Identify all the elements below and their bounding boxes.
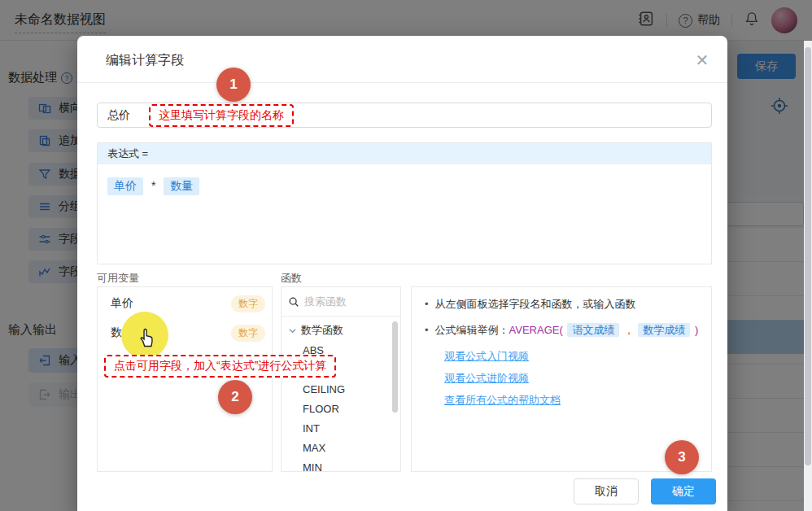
expression-token-unit-price[interactable]: 单价 — [107, 177, 143, 195]
expression-label: 表达式 = — [98, 143, 711, 164]
scrollbar-thumb[interactable] — [805, 47, 811, 465]
function-group-math[interactable]: 数学函数 — [288, 323, 343, 338]
function-search-input[interactable] — [304, 295, 378, 308]
step-badge-3: 3 — [665, 440, 699, 474]
example-function-name: AVERAGE( — [509, 324, 563, 336]
functions-scrollbar-thumb[interactable] — [392, 321, 398, 413]
expression-body[interactable]: 单价 * 数量 — [98, 164, 711, 208]
page-scrollbar[interactable] — [804, 41, 812, 511]
example-field-chip: 数学成绩 — [638, 323, 690, 337]
function-item-floor[interactable]: FLOOR — [303, 403, 339, 419]
type-badge: 数字 — [231, 295, 265, 312]
bullet-icon: • — [425, 323, 429, 338]
search-icon — [288, 296, 299, 308]
functions-list: 数学函数 ABS CEILING FLOOR INT MAX MIN — [281, 286, 401, 472]
bullet-icon: • — [425, 297, 429, 312]
close-icon[interactable]: ✕ — [689, 47, 715, 73]
variable-name: 单价 — [111, 296, 133, 311]
app-screen: 未命名数据视图 ? 帮助 — [0, 0, 812, 511]
variables-label: 可用变量 — [97, 271, 139, 286]
link-advanced-video[interactable]: 观看公式进阶视频 — [444, 371, 529, 386]
edit-calculated-field-dialog: 编辑计算字段 ✕ 表达式 = 单价 * 数量 可用变量 单价 数字 数量 数字 — [77, 36, 727, 511]
variable-row-unit-price[interactable]: 单价 数字 — [111, 295, 265, 312]
divider — [77, 82, 727, 83]
step-badge-1: 1 — [216, 68, 251, 102]
function-search[interactable] — [282, 287, 400, 317]
cancel-button[interactable]: 取消 — [574, 478, 639, 504]
confirm-button[interactable]: 确定 — [651, 478, 716, 504]
variables-list: 单价 数字 数量 数字 — [97, 286, 273, 472]
click-highlight — [121, 312, 168, 359]
step-badge-2: 2 — [218, 380, 252, 414]
link-intro-video[interactable]: 观看公式入门视频 — [444, 349, 529, 364]
link-formula-docs[interactable]: 查看所有公式的帮助文档 — [444, 393, 561, 408]
example-field-chip: 语文成绩 — [567, 323, 619, 337]
expression-editor[interactable]: 表达式 = 单价 * 数量 — [97, 142, 712, 264]
expression-token-quantity[interactable]: 数量 — [164, 177, 199, 195]
step-annotation-2: 点击可用字段，加入“表达式”进行公式计算 — [104, 355, 336, 378]
dialog-title: 编辑计算字段 — [106, 52, 184, 69]
step-annotation-1: 这里填写计算字段的名称 — [149, 104, 294, 127]
expression-operator: * — [151, 179, 155, 192]
function-item-max[interactable]: MAX — [303, 442, 325, 458]
hand-cursor-icon — [136, 326, 159, 349]
function-item-min[interactable]: MIN — [303, 461, 322, 478]
chevron-down-icon — [288, 326, 297, 335]
functions-label: 函数 — [281, 271, 302, 286]
help-panel: • 从左侧面板选择字段名和函数，或输入函数 • 公式编辑举例：AVERAGE( … — [411, 286, 712, 472]
function-item-ceiling[interactable]: CEILING — [303, 383, 345, 400]
help-tip-2: 公式编辑举例：AVERAGE( 语文成绩，数学成绩 ) — [435, 323, 699, 338]
help-tip-1: 从左侧面板选择字段名和函数，或输入函数 — [435, 297, 636, 312]
type-badge: 数字 — [231, 325, 265, 342]
function-item-int[interactable]: INT — [303, 422, 320, 439]
